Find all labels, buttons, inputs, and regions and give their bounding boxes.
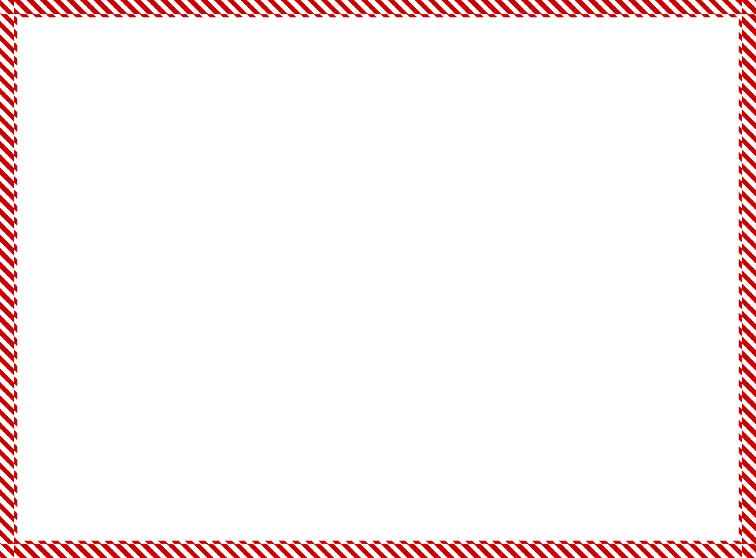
fig32-id: B5F-0348: [705, 308, 732, 315]
header-title: The essentials: [340, 17, 417, 28]
fig32-text: Operating the windscreen wiper and rear …: [517, 322, 673, 331]
hazard-fig-image: 4JA-0252: [20, 182, 288, 296]
knob-table-mid: Knob Function 0 Switches interior lights…: [295, 304, 484, 337]
fig30-num: Fig. 30: [295, 187, 318, 195]
fig31-caption: Fig. 31 Detail of headliner: version 2: [295, 289, 484, 299]
switched-on-text: Switched on, for example:: [20, 313, 288, 322]
headliner-v1: [304, 113, 474, 170]
hl-btn-gray: [306, 240, 316, 249]
table-cell-knob-r3: 💡: [490, 140, 529, 160]
page-number: 19: [728, 532, 737, 541]
windscreen-heading: Windscreen wipers and window wiper blade: [490, 198, 736, 211]
hl-btn-dark: [304, 135, 318, 149]
table-cell-func-r3: Turning the reading light on and off: [529, 140, 736, 160]
fig29-id: 4JA-0252: [258, 288, 285, 295]
book-icon-3: 📖: [498, 169, 516, 186]
fig31-image: 4JA-0069: [295, 201, 484, 288]
page-ref-text-1: ›› page 123: [53, 134, 95, 143]
svg-text:INT: INT: [556, 261, 564, 266]
wiper-svg: OK/RESET A 7 3 2 1 4: [490, 214, 736, 317]
book-icon-2: 📖: [303, 48, 321, 65]
svg-text:OFF: OFF: [556, 266, 565, 271]
fig32-image: OK/RESET A 7 3 2 1 4: [490, 214, 736, 317]
knob-table-right: Knob Function ❄ Switches interior lights…: [490, 41, 736, 160]
fig30-id: 86J-0472: [454, 177, 480, 184]
svg-text:2: 2: [695, 259, 699, 267]
content-area: 2 Left turn signal: Left-hand parking li…: [14, 32, 742, 544]
vent-line: [32, 233, 91, 273]
svg-text:3: 3: [691, 244, 695, 251]
book-icon: 📖: [29, 130, 46, 147]
svg-text:OK/RESET: OK/RESET: [583, 279, 611, 285]
table-header-function-r: Function: [529, 41, 736, 56]
list-item: 2 Left turn signal: Left-hand parking li…: [20, 38, 288, 51]
list-item: In an emergency: [20, 340, 288, 352]
table-cell-func-r2: Switches door contact control on (centra…: [529, 75, 736, 140]
page-ref-box-2: 📖 ›› page 126: [295, 43, 484, 71]
svg-text:HIGH: HIGH: [556, 250, 568, 255]
table-cell-knob-r2: 🚪: [490, 75, 529, 140]
reading-light-icon: 💡: [495, 144, 506, 155]
table-cell-function: Switches interior lights off.: [337, 319, 484, 337]
hl-btn-red2: [322, 236, 338, 252]
hl-btn-dark2: [463, 136, 474, 147]
item-num-3: 3: [20, 55, 33, 68]
next-arrow-icon: »: [677, 319, 684, 332]
table-row: 🚪 Switches door contact control on (cent…: [490, 75, 736, 140]
svg-text:6: 6: [671, 246, 675, 254]
fig29-text: See position on page 7-8: [48, 298, 132, 307]
hl-grill-gray: [344, 229, 455, 260]
page-ref-box-1: 📖 ›› page 123: [20, 125, 288, 153]
interior-lights-heading: Interior lights: [295, 76, 484, 94]
svg-text:4: 4: [691, 292, 695, 300]
table-row: 💡 Turning the reading light on and off: [490, 140, 736, 160]
bullet-list: When approaching a traffic jam In an eme…: [20, 327, 288, 377]
table-cell-knob: 0: [295, 319, 337, 337]
table-header-function: Function: [337, 304, 484, 319]
hazard-section-heading: Hazard warning lights: [20, 159, 288, 177]
list-item: When approaching a traffic jam: [20, 327, 288, 340]
hl-btn-gray2: [462, 240, 472, 249]
fig30-image: 86J-0472: [295, 99, 484, 185]
zero-knob: 0: [299, 322, 310, 333]
right-column: Knob Function ❄ Switches interior lights…: [490, 38, 736, 538]
page-ref-text-2: ›› page 126: [327, 52, 369, 61]
door-icon: 🚪: [495, 80, 510, 93]
item-text-3: Main beam switched on: Control lamp ▣ li…: [36, 54, 288, 77]
fig30-caption: Fig. 30 Detail of headliner: version 1: [295, 187, 484, 196]
item-text-2: Left turn signal: Left-hand parking ligh…: [36, 38, 259, 51]
fig31-text: Detail of headliner: version 2: [322, 289, 417, 298]
item-num-4: 4: [20, 81, 33, 94]
table-row: 0 Switches interior lights off.: [295, 319, 484, 337]
list-item: 4 Headlight flasher: lit up when the lev…: [20, 80, 288, 103]
snowflake-icon: ❄: [495, 59, 502, 70]
page-ref-text-3: ›› page 127: [522, 173, 565, 182]
list-item: When towing or being towed: [20, 364, 288, 377]
table-cell-knob-r1: ❄: [490, 56, 529, 75]
table-header-knob-r: Knob: [490, 41, 529, 56]
circle-highlight: [133, 240, 172, 279]
page-ref-box-3: 📖 ›› page 127: [490, 163, 736, 192]
item-text-4: Headlight flasher: lit up when the lever…: [36, 80, 288, 103]
page-inner: The essentials 2 Left turn signal: Left-…: [14, 14, 742, 544]
middle-column: 📖 ›› page 126 Interior lights 86J-0472 F…: [295, 38, 484, 538]
headliner-v2: [306, 217, 472, 273]
fig31-id: 4JA-0069: [454, 279, 480, 286]
fig32-num: Fig. 32: [490, 322, 513, 331]
list-item: 3 Main beam switched on: Control lamp ▣ …: [20, 54, 288, 77]
svg-text:1: 1: [695, 275, 699, 283]
fig32-caption: Fig. 32 Operating the windscreen wiper a…: [490, 318, 736, 333]
table-cell-func-r1: Switches interior lights on.: [529, 56, 736, 75]
list-item: The vehicle has broken down: [20, 352, 288, 364]
lever-text: Lever all the way down to switch it off.: [20, 109, 288, 121]
left-column: 2 Left turn signal: Left-hand parking li…: [20, 38, 288, 538]
hl-grill-red: [323, 126, 458, 158]
header-bar: The essentials: [14, 14, 742, 32]
fig31-num: Fig. 31: [295, 289, 318, 298]
svg-text:7: 7: [675, 232, 679, 240]
fig29-num: Fig. 29: [20, 298, 44, 307]
fig29-caption: Fig. 29 See position on page 7-8: [20, 298, 288, 307]
table-row: ❄ Switches interior lights on.: [490, 56, 736, 75]
svg-text:5: 5: [614, 302, 618, 310]
vent-line: [217, 233, 276, 273]
